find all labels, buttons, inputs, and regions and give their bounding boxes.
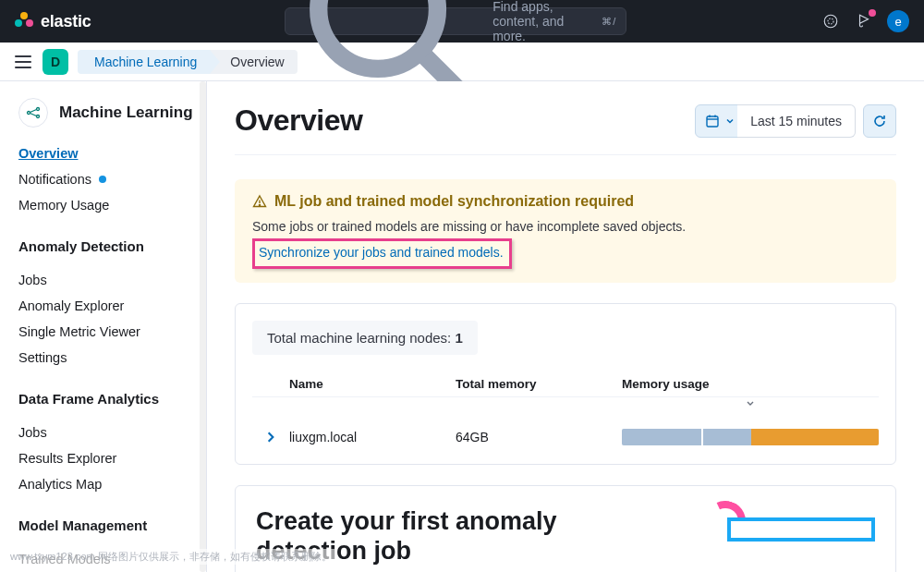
- cell-name: liuxgm.local: [289, 430, 456, 444]
- global-search[interactable]: Find apps, content, and more. ⌘/: [285, 7, 626, 35]
- notification-dot-icon: [99, 176, 106, 183]
- sidebar-title: Machine Learning: [59, 103, 193, 124]
- nodes-panel: Total machine learning nodes: 1 Name Tot…: [235, 303, 896, 465]
- main-content: Overview Last 15 minutes ML job and trai…: [207, 81, 924, 572]
- sidebar-item-analytics-map[interactable]: Analytics Map: [18, 471, 206, 497]
- callout-title: ML job and trained model synchronization…: [252, 193, 879, 210]
- time-picker: Last 15 minutes: [695, 104, 896, 138]
- sidebar-section-anomaly: Anomaly Detection: [18, 238, 206, 254]
- newsfeed-icon[interactable]: [854, 11, 874, 31]
- refresh-button[interactable]: [863, 104, 896, 138]
- cell-memory: 64GB: [456, 430, 622, 444]
- svg-point-4: [28, 112, 30, 115]
- brand-logo[interactable]: elastic: [15, 12, 91, 31]
- sidebar-item-single-metric[interactable]: Single Metric Viewer: [18, 319, 206, 345]
- svg-rect-9: [707, 116, 718, 127]
- svg-point-2: [824, 15, 837, 28]
- chevron-down-icon: [725, 116, 735, 126]
- sidebar-item-overview[interactable]: Overview: [18, 140, 206, 166]
- space-selector[interactable]: D: [43, 49, 68, 75]
- memory-usage-bar: [622, 429, 879, 445]
- col-memory: Total memory: [456, 377, 622, 391]
- ml-app-icon: [18, 98, 48, 128]
- breadcrumb: Machine Learning Overview: [78, 50, 298, 74]
- svg-point-6: [37, 116, 40, 118]
- help-icon[interactable]: [821, 11, 841, 31]
- warning-icon: [252, 194, 267, 209]
- search-placeholder: Find apps, content, and more.: [492, 0, 594, 43]
- table-row: liuxgm.local 64GB: [252, 414, 879, 447]
- svg-point-5: [37, 108, 40, 111]
- top-header: elastic Find apps, content, and more. ⌘/…: [0, 0, 924, 43]
- breadcrumb-current: Overview: [210, 50, 297, 74]
- sidebar-item-memory-usage[interactable]: Memory Usage: [18, 192, 206, 218]
- watermark-text: www.txym123.com 网络图片仅供展示，非存储，如有侵权请联系删除。: [7, 549, 334, 565]
- sidebar-section-mm: Model Management: [18, 517, 206, 533]
- cell-usage: [622, 429, 879, 445]
- refresh-icon: [872, 114, 887, 128]
- page-title: Overview: [235, 103, 362, 138]
- search-kbd-hint: ⌘/: [602, 16, 616, 28]
- svg-line-8: [30, 114, 37, 116]
- sidebar-item-dfa-jobs[interactable]: Jobs: [18, 420, 206, 445]
- sidebar-item-notifications[interactable]: Notifications: [18, 166, 206, 192]
- callout-body-text: Some jobs or trained models are missing …: [252, 217, 879, 237]
- svg-point-0: [319, 0, 438, 68]
- sidebar: Machine Learning Overview Notifications …: [0, 81, 207, 572]
- col-name: Name: [289, 377, 456, 391]
- breadcrumb-ml[interactable]: Machine Learning: [78, 50, 210, 74]
- brand-text: elastic: [41, 12, 91, 31]
- elastic-logo-icon: [15, 12, 33, 30]
- usage-chevron-icon[interactable]: [622, 397, 879, 408]
- calendar-icon: [705, 114, 720, 128]
- sidebar-item-anomaly-explorer[interactable]: Anomaly Explorer: [18, 293, 206, 319]
- sidebar-item-ad-settings[interactable]: Settings: [18, 345, 206, 371]
- sync-link[interactable]: Synchronize your jobs and trained models…: [259, 243, 504, 262]
- chevron-right-icon: [264, 431, 277, 444]
- svg-line-7: [30, 110, 37, 113]
- create-job-illustration: [690, 506, 875, 543]
- sidebar-section-dfa: Data Frame Analytics: [18, 391, 206, 407]
- sidebar-item-ad-jobs[interactable]: Jobs: [18, 267, 206, 293]
- user-avatar[interactable]: e: [887, 10, 909, 32]
- nodes-summary: Total machine learning nodes: 1: [252, 321, 478, 355]
- svg-point-14: [259, 204, 260, 205]
- sidebar-item-results-explorer[interactable]: Results Explorer: [18, 445, 206, 471]
- sync-callout: ML job and trained model synchronization…: [235, 179, 896, 283]
- col-usage: Memory usage: [622, 377, 879, 391]
- time-range-label[interactable]: Last 15 minutes: [737, 104, 856, 138]
- svg-point-3: [828, 18, 833, 24]
- nav-toggle-icon[interactable]: [13, 52, 33, 72]
- expand-row-button[interactable]: [252, 431, 289, 444]
